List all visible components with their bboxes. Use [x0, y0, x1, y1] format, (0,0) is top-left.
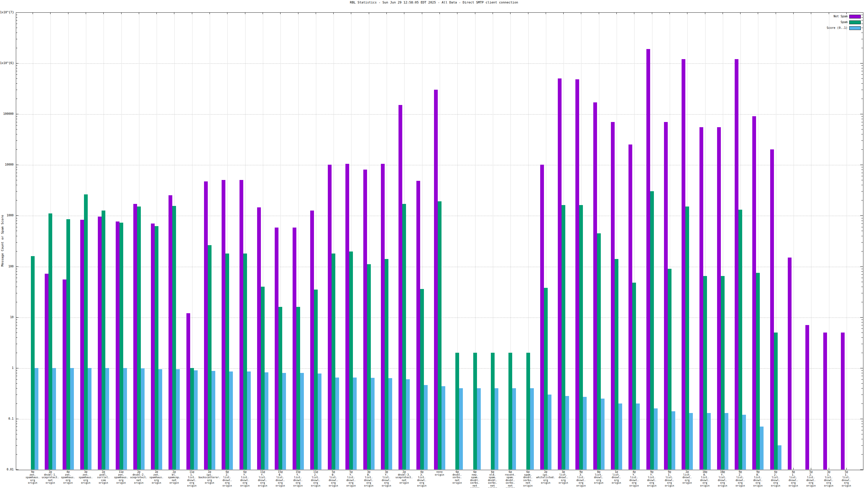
y-minor-tick [16, 33, 17, 33]
y-minor-tick [861, 430, 863, 430]
x-tick [811, 12, 811, 14]
y-minor-tick [861, 99, 863, 99]
x-tick [510, 12, 510, 14]
bar-score-0-1- [654, 409, 658, 469]
y-minor-tick [861, 125, 863, 126]
bar-not-spam [823, 332, 827, 469]
x-tick [156, 12, 157, 14]
chart-title: RBL Statistics - Sun Jun 29 12:58:05 EDT… [0, 1, 868, 4]
x-tick [705, 12, 705, 14]
bar-not-spam [151, 224, 155, 469]
y-minor-tick [861, 224, 863, 224]
y-minor-tick [861, 421, 863, 421]
y-minor-tick [861, 74, 863, 75]
x-tick [670, 12, 670, 14]
y-minor-tick [16, 116, 17, 117]
y-minor-tick [16, 185, 17, 185]
bar-score-0-1- [52, 368, 56, 469]
bar-spam [225, 254, 229, 469]
x-tick [86, 12, 86, 14]
y-minor-tick [861, 17, 863, 18]
y-major-tick [16, 12, 19, 13]
y-minor-tick [861, 119, 863, 119]
bar-spam [420, 289, 424, 469]
y-minor-tick [16, 24, 17, 24]
bar-score-0-1- [406, 379, 410, 469]
y-minor-tick [16, 269, 17, 269]
y-minor-tick [16, 119, 17, 119]
y-minor-tick [861, 180, 863, 180]
bar-spam [208, 245, 212, 469]
bar-spam [632, 283, 636, 469]
y-minor-tick [16, 17, 17, 18]
bar-not-spam [222, 180, 225, 469]
bar-score-0-1- [318, 373, 321, 469]
y-major-tick [860, 469, 863, 470]
bar-score-0-1- [760, 427, 764, 469]
y-minor-tick [16, 454, 17, 455]
x-tick [687, 12, 687, 14]
bar-score-0-1- [282, 373, 286, 469]
y-minor-tick [861, 191, 863, 192]
bar-not-spam [682, 59, 685, 469]
bar-not-spam [540, 165, 544, 469]
y-minor-tick [861, 344, 863, 344]
y-minor-tick [16, 293, 17, 293]
x-tick [369, 12, 369, 14]
y-minor-tick [16, 176, 17, 176]
y-minor-tick [16, 274, 17, 274]
bar-not-spam [717, 127, 721, 469]
bar-spam [349, 252, 353, 469]
y-minor-tick [861, 71, 863, 71]
x-tick [846, 468, 847, 469]
x-tick [758, 12, 758, 14]
bar-score-0-1- [105, 368, 109, 469]
x-tick [298, 12, 299, 14]
bar-spam [261, 287, 265, 469]
bar-score-0-1- [512, 388, 516, 469]
legend-entry: Spam [792, 21, 861, 24]
y-major-tick [16, 317, 19, 318]
y-major-tick [16, 216, 19, 216]
y-minor-tick [16, 373, 17, 373]
bar-spam [120, 223, 123, 469]
y-major-tick [860, 12, 863, 13]
y-minor-tick [861, 403, 863, 404]
y-minor-tick [16, 28, 17, 28]
bar-not-spam [788, 258, 792, 469]
y-minor-tick [861, 90, 863, 90]
bar-spam [738, 210, 742, 469]
bar-score-0-1- [477, 388, 481, 469]
bar-spam [66, 219, 70, 469]
y-minor-tick [16, 48, 17, 48]
bar-spam [544, 288, 548, 469]
y-tick-label: 100 [0, 265, 13, 268]
x-tick [351, 12, 351, 14]
x-tick [634, 12, 634, 14]
y-minor-tick [861, 293, 863, 293]
bar-not-spam [611, 122, 615, 469]
x-tick [50, 12, 51, 14]
bar-not-spam [805, 325, 809, 469]
y-major-tick [860, 317, 863, 318]
y-minor-tick [16, 328, 17, 329]
bar-score-0-1- [459, 388, 463, 469]
x-tick [316, 12, 316, 14]
y-minor-tick [861, 388, 863, 389]
y-minor-tick [861, 274, 863, 274]
x-tick [210, 12, 210, 14]
bar-spam [190, 368, 194, 469]
y-minor-tick [861, 269, 863, 269]
y-minor-tick [16, 430, 17, 430]
x-tick [563, 12, 564, 14]
y-minor-tick [16, 251, 17, 252]
bar-spam [508, 353, 512, 469]
legend-entry: Not Spam [792, 15, 861, 18]
bar-score-0-1- [778, 445, 781, 469]
y-minor-tick [861, 68, 863, 68]
bar-spam [297, 307, 300, 469]
bar-score-0-1- [618, 403, 622, 469]
v-gridline [829, 13, 829, 470]
y-minor-tick [16, 173, 17, 173]
legend-label: Score (0..1) [827, 26, 847, 29]
